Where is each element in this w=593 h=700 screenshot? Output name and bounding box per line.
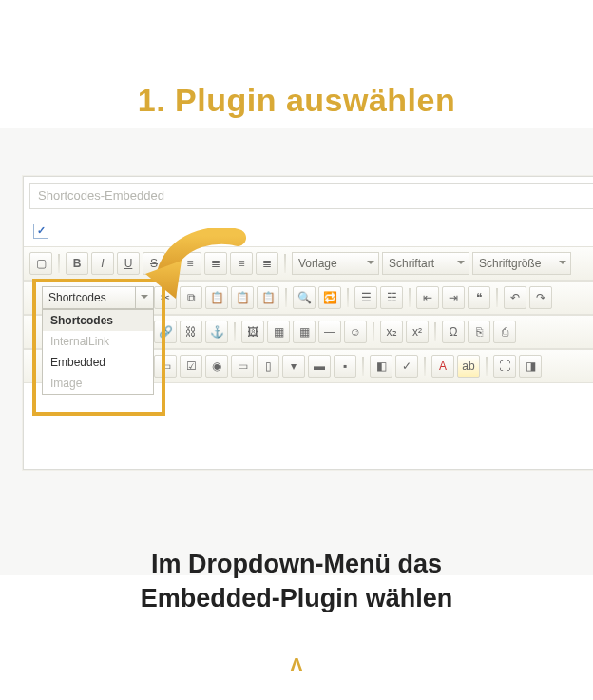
media-icon[interactable]: ▦	[267, 321, 290, 343]
anchor-icon[interactable]: ⚓	[205, 321, 228, 343]
shortcodes-menu: Shortcodes InternalLink Embedded Image	[42, 309, 154, 395]
paste-word-icon[interactable]: 📋	[257, 286, 279, 309]
caption-line1: Im Dropdown-Menü das	[0, 547, 593, 581]
dd-item-internallink[interactable]: InternalLink	[43, 331, 153, 352]
strike-button[interactable]: S	[143, 252, 165, 275]
page-title: 1. Plugin auswählen	[0, 76, 593, 128]
copy-icon[interactable]: ⧉	[180, 286, 202, 309]
button-icon[interactable]: ▬	[308, 355, 331, 378]
checkbox-icon[interactable]: ☑	[180, 355, 202, 378]
breadcrumb-input[interactable]: Shortcodes-Embedded	[29, 183, 593, 209]
shortcodes-select[interactable]: Shortcodes	[42, 286, 154, 309]
hidden-icon[interactable]: ▪	[334, 355, 356, 378]
align-left-icon[interactable]: ≡	[179, 252, 201, 275]
redo-icon[interactable]: ↷	[529, 286, 552, 309]
radio-icon[interactable]: ◉	[205, 355, 228, 378]
flash-icon[interactable]: ◧	[370, 355, 392, 378]
table-icon[interactable]: ▦	[293, 321, 316, 343]
list-ol-icon[interactable]: ☷	[380, 286, 403, 309]
editor-screenshot: Shortcodes-Embedded ✓ ▢ B I U S ≡ ≣ ≡ ≣ …	[0, 128, 593, 575]
logo-icon: Λ	[0, 654, 593, 676]
dd-item-shortcodes[interactable]: Shortcodes	[43, 310, 153, 331]
align-justify-icon[interactable]: ≣	[256, 252, 278, 275]
checkbox[interactable]: ✓	[33, 224, 48, 239]
omega-icon[interactable]: Ω	[442, 321, 465, 343]
textarea-icon[interactable]: ▯	[257, 355, 279, 378]
subscript-icon[interactable]: x₂	[380, 321, 403, 343]
bold-button[interactable]: B	[66, 252, 88, 275]
dd-item-embedded[interactable]: Embedded	[43, 352, 153, 373]
italic-button[interactable]: I	[91, 252, 114, 275]
caption-line2: Embedded-Plugin wählen	[0, 581, 593, 615]
bg-color-icon[interactable]: ab	[457, 355, 480, 378]
outdent-icon[interactable]: ⇤	[416, 286, 439, 309]
select-icon[interactable]: ▾	[282, 355, 305, 378]
page-break-icon[interactable]: ⎘	[468, 321, 490, 343]
print-icon[interactable]: ⎙	[493, 321, 516, 343]
replace-icon[interactable]: 🔁	[318, 286, 341, 309]
symbol-icon[interactable]: ☺	[344, 321, 367, 343]
template-select[interactable]: Vorlage	[292, 252, 379, 275]
toolbar-row-1: ▢ B I U S ≡ ≣ ≡ ≣ Vorlage Schriftart Sch…	[24, 246, 593, 281]
paste-text-icon[interactable]: 📋	[231, 286, 254, 309]
indent-icon[interactable]: ⇥	[442, 286, 465, 309]
superscript-icon[interactable]: x²	[406, 321, 429, 343]
font-select[interactable]: Schriftart	[382, 252, 469, 275]
chevron-down-icon[interactable]	[135, 287, 153, 308]
source-icon[interactable]: ◨	[519, 355, 542, 378]
paste-icon[interactable]: 📋	[205, 286, 228, 309]
unlink-icon[interactable]: ⛓	[180, 321, 202, 343]
caption: Im Dropdown-Menü das Embedded-Plugin wäh…	[0, 547, 593, 616]
new-doc-icon[interactable]: ▢	[29, 252, 52, 275]
image-icon[interactable]: 🖼	[241, 321, 264, 343]
cut-icon[interactable]: ✂	[154, 286, 177, 309]
form-icon[interactable]: ▭	[154, 355, 177, 378]
list-ul-icon[interactable]: ☰	[354, 286, 377, 309]
content-area[interactable]	[24, 383, 593, 469]
underline-button[interactable]: U	[117, 252, 140, 275]
text-color-icon[interactable]: A	[431, 355, 454, 378]
link-icon[interactable]: 🔗	[154, 321, 177, 343]
font-size-select[interactable]: Schriftgröße	[472, 252, 571, 275]
shortcodes-select-label: Shortcodes	[48, 291, 106, 304]
quote-icon[interactable]: ❝	[468, 286, 490, 309]
undo-icon[interactable]: ↶	[504, 286, 526, 309]
text-field-icon[interactable]: ▭	[231, 355, 254, 378]
align-right-icon[interactable]: ≡	[230, 252, 253, 275]
dd-item-image[interactable]: Image	[43, 373, 153, 394]
shortcodes-dropdown[interactable]: Shortcodes Shortcodes InternalLink Embed…	[42, 286, 154, 395]
align-center-icon[interactable]: ≣	[204, 252, 227, 275]
spell-icon[interactable]: ✓	[395, 355, 418, 378]
find-icon[interactable]: 🔍	[293, 286, 316, 309]
maximize-icon[interactable]: ⛶	[493, 355, 516, 378]
hr-icon[interactable]: —	[318, 321, 341, 343]
